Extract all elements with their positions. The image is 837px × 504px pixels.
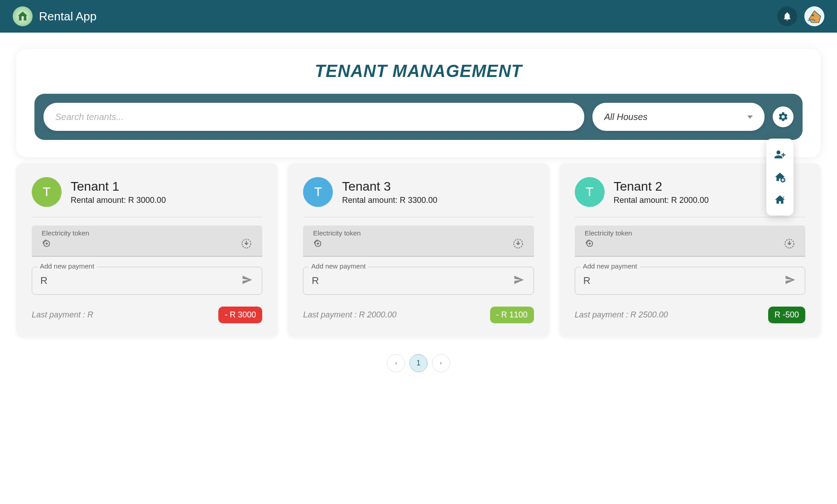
fab-menu bbox=[766, 139, 794, 216]
last-payment-label: Last payment : R bbox=[32, 310, 93, 320]
add-house-button[interactable] bbox=[766, 166, 794, 188]
add-token-icon[interactable] bbox=[42, 239, 52, 250]
tenant-rental-amount: Rental amount: R 3300.00 bbox=[342, 196, 437, 205]
add-payment-field: Add new payment R bbox=[575, 267, 805, 295]
balance-chip: R -500 bbox=[768, 307, 805, 323]
submit-payment-button[interactable] bbox=[241, 274, 254, 288]
add-token-icon[interactable] bbox=[585, 239, 595, 250]
tenant-header: T Tenant 1 Rental amount: R 3000.00 bbox=[32, 177, 262, 207]
card-footer: Last payment : R 2500.00 R -500 bbox=[575, 307, 805, 323]
page-title: TENANT MANAGEMENT bbox=[34, 62, 803, 81]
download-token-icon[interactable] bbox=[241, 238, 252, 251]
chevron-down-icon bbox=[747, 115, 753, 119]
tenant-name: Tenant 3 bbox=[342, 179, 437, 194]
house-settings-button[interactable] bbox=[766, 188, 794, 211]
token-label: Electricity token bbox=[313, 229, 524, 237]
chevron-left-icon bbox=[393, 360, 399, 366]
divider bbox=[32, 217, 262, 217]
electricity-token-field[interactable]: Electricity token bbox=[575, 226, 805, 257]
pager-next-button[interactable] bbox=[432, 354, 450, 372]
divider bbox=[575, 217, 805, 217]
svg-point-3 bbox=[812, 14, 814, 16]
payment-label: Add new payment bbox=[37, 262, 97, 270]
add-tenant-button[interactable] bbox=[766, 143, 794, 166]
submit-payment-button[interactable] bbox=[513, 274, 525, 288]
tenant-name: Tenant 2 bbox=[614, 179, 709, 194]
gear-icon bbox=[778, 111, 789, 122]
balance-chip: - R 3000 bbox=[218, 307, 262, 323]
tenant-header: T Tenant 3 Rental amount: R 3300.00 bbox=[303, 177, 534, 207]
tenant-rental-amount: Rental amount: R 3000.00 bbox=[71, 196, 166, 205]
tenant-avatar: T bbox=[575, 177, 605, 207]
card-footer: Last payment : R - R 3000 bbox=[32, 307, 262, 323]
payment-label: Add new payment bbox=[580, 262, 640, 270]
house-filter-label: All Houses bbox=[604, 112, 648, 122]
payment-prefix: R bbox=[312, 275, 319, 287]
token-label: Electricity token bbox=[585, 229, 795, 237]
notifications-button[interactable] bbox=[777, 6, 797, 26]
settings-button[interactable] bbox=[773, 106, 794, 127]
payment-input[interactable]: R bbox=[303, 267, 534, 295]
payment-input[interactable]: R bbox=[32, 267, 262, 295]
token-label: Electricity token bbox=[42, 229, 252, 237]
electricity-token-field[interactable]: Electricity token bbox=[32, 226, 262, 257]
person-add-icon bbox=[774, 149, 786, 160]
search-tenants-input[interactable] bbox=[43, 103, 584, 131]
avatar-icon bbox=[805, 7, 823, 25]
last-payment-label: Last payment : R 2500.00 bbox=[575, 310, 668, 320]
brand-group: Rental App bbox=[13, 6, 96, 26]
app-header: Rental App bbox=[0, 0, 837, 33]
payment-prefix: R bbox=[583, 275, 591, 287]
balance-chip: - R 1100 bbox=[490, 307, 534, 323]
user-avatar[interactable] bbox=[804, 6, 824, 26]
tenant-management-panel: TENANT MANAGEMENT All Houses bbox=[16, 49, 821, 157]
tenant-avatar: T bbox=[32, 177, 62, 207]
chevron-right-icon bbox=[438, 360, 444, 366]
payment-prefix: R bbox=[40, 275, 48, 287]
house-add-icon bbox=[774, 171, 786, 183]
svg-rect-1 bbox=[22, 18, 23, 20]
tenant-avatar: T bbox=[303, 177, 333, 207]
pagination: 1 bbox=[0, 354, 837, 372]
add-payment-field: Add new payment R bbox=[303, 267, 534, 295]
divider bbox=[303, 217, 534, 217]
card-footer: Last payment : R 2000.00 - R 1100 bbox=[303, 307, 534, 323]
download-token-icon[interactable] bbox=[512, 238, 524, 251]
house-gear-icon bbox=[774, 194, 786, 206]
tenant-rental-amount: Rental amount: R 2000.00 bbox=[614, 196, 709, 205]
pager-prev-button[interactable] bbox=[387, 354, 405, 372]
last-payment-label: Last payment : R 2000.00 bbox=[303, 310, 396, 320]
tenant-name: Tenant 1 bbox=[71, 179, 166, 194]
payment-input[interactable]: R bbox=[575, 267, 805, 295]
tenant-card: T Tenant 3 Rental amount: R 3300.00 Elec… bbox=[288, 163, 549, 337]
add-payment-field: Add new payment R bbox=[32, 267, 262, 295]
download-token-icon[interactable] bbox=[784, 238, 795, 251]
payment-label: Add new payment bbox=[308, 262, 368, 270]
tenant-grid: T Tenant 1 Rental amount: R 3000.00 Elec… bbox=[0, 163, 837, 337]
search-bar: All Houses bbox=[34, 94, 803, 140]
submit-payment-button[interactable] bbox=[784, 274, 797, 288]
app-logo bbox=[13, 6, 33, 26]
bell-icon bbox=[782, 11, 792, 21]
house-filter-select[interactable]: All Houses bbox=[592, 103, 765, 131]
pager-page-1[interactable]: 1 bbox=[409, 354, 428, 372]
electricity-token-field[interactable]: Electricity token bbox=[303, 226, 534, 257]
brand-title: Rental App bbox=[39, 10, 96, 24]
tenant-card: T Tenant 1 Rental amount: R 3000.00 Elec… bbox=[16, 163, 278, 337]
add-token-icon[interactable] bbox=[313, 239, 323, 250]
